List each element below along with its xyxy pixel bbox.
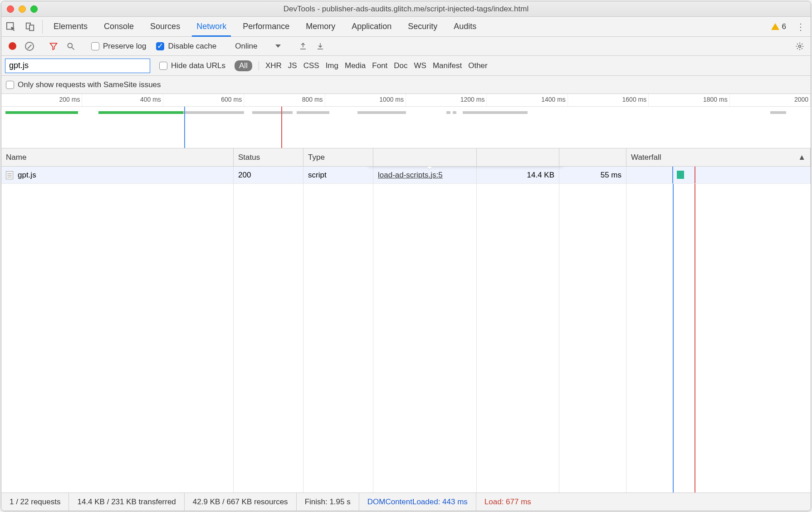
timeline-tick: 1200 ms — [406, 94, 487, 106]
column-status[interactable]: Status — [234, 148, 303, 166]
samesite-filter-row: Only show requests with SameSite issues — [1, 76, 811, 94]
timeline-tick: 600 ms — [163, 94, 244, 106]
record-icon — [9, 42, 16, 50]
timeline-tick: 1000 ms — [325, 94, 406, 106]
tab-elements[interactable]: Elements — [45, 17, 96, 36]
svg-line-4 — [72, 47, 74, 49]
svg-rect-2 — [29, 25, 34, 30]
filter-bar: Hide data URLs All XHRJSCSSImgMediaFontD… — [1, 56, 811, 76]
request-status: 200 — [234, 167, 303, 183]
tab-security[interactable]: Security — [400, 17, 445, 36]
settings-button[interactable] — [792, 38, 808, 54]
samesite-label: Only show requests with SameSite issues — [18, 80, 161, 89]
checkbox-icon — [6, 81, 14, 89]
search-button[interactable] — [63, 38, 79, 54]
preserve-log-checkbox[interactable]: Preserve log — [87, 42, 151, 51]
throttling-select[interactable]: Online — [229, 42, 287, 51]
column-waterfall[interactable]: Waterfall ▲ — [626, 148, 811, 166]
tab-console[interactable]: Console — [96, 17, 142, 36]
window-controls — [7, 5, 38, 13]
more-icon[interactable]: ⋮ — [792, 17, 811, 36]
column-name[interactable]: Name — [1, 148, 234, 166]
hide-data-urls-label: Hide data URLs — [171, 61, 225, 70]
resource-type-filters: All XHRJSCSSImgMediaFontDocWSManifestOth… — [235, 60, 488, 71]
network-toolbar: Preserve log ✓ Disable cache Online — [1, 37, 811, 56]
type-filter-doc[interactable]: Doc — [394, 61, 407, 70]
tab-application[interactable]: Application — [343, 17, 400, 36]
import-har-button[interactable] — [295, 38, 311, 54]
column-size[interactable] — [477, 148, 559, 166]
tab-performance[interactable]: Performance — [235, 17, 298, 36]
file-icon — [6, 171, 13, 179]
inspect-element-icon[interactable] — [1, 17, 20, 36]
checkbox-icon — [159, 62, 167, 70]
status-finish: Finish: 1.95 s — [297, 493, 359, 511]
type-filter-media[interactable]: Media — [345, 61, 366, 70]
type-filter-manifest[interactable]: Manifest — [433, 61, 462, 70]
filter-input[interactable] — [5, 59, 150, 73]
throttling-value: Online — [235, 42, 257, 51]
panel-tabs: ElementsConsoleSourcesNetworkPerformance… — [1, 17, 811, 37]
status-domcontentloaded: DOMContentLoaded: 443 ms — [359, 493, 476, 511]
svg-point-3 — [68, 43, 72, 48]
tab-memory[interactable]: Memory — [298, 17, 343, 36]
warnings-count[interactable]: 6 — [766, 17, 792, 36]
filter-toggle-button[interactable] — [45, 38, 62, 54]
status-requests: 1 / 22 requests — [1, 493, 69, 511]
waterfall-label: Waterfall — [631, 153, 661, 162]
request-time: 55 ms — [559, 167, 626, 183]
status-bar: 1 / 22 requests 14.4 KB / 231 KB transfe… — [1, 492, 811, 511]
sort-indicator-icon: ▲ — [798, 153, 806, 162]
type-filter-font[interactable]: Font — [372, 61, 387, 70]
clear-icon — [25, 42, 34, 51]
tab-audits[interactable]: Audits — [445, 17, 484, 36]
request-table-body[interactable]: gpt.js 200 script load-ad-scripts.js:5 1… — [1, 167, 811, 492]
disable-cache-checkbox[interactable]: ✓ Disable cache — [152, 42, 221, 51]
type-filter-img[interactable]: Img — [326, 61, 338, 70]
overview-timeline[interactable]: 200 ms400 ms600 ms800 ms1000 ms1200 ms14… — [1, 94, 811, 148]
status-resources: 42.9 KB / 667 KB resources — [185, 493, 297, 511]
type-filter-ws[interactable]: WS — [414, 61, 426, 70]
request-size: 14.4 KB — [477, 167, 559, 183]
timeline-tick: 200 ms — [1, 94, 82, 106]
request-initiator-link[interactable]: load-ad-scripts.js:5 — [378, 171, 443, 180]
warning-icon — [771, 23, 779, 30]
tab-sources[interactable]: Sources — [142, 17, 188, 36]
type-filter-xhr[interactable]: XHR — [265, 61, 282, 70]
clear-button[interactable] — [21, 38, 38, 54]
column-type[interactable]: Type — [303, 148, 373, 166]
status-transferred: 14.4 KB / 231 KB transferred — [69, 493, 184, 511]
column-time[interactable] — [559, 148, 626, 166]
timeline-tick: 1800 ms — [649, 94, 729, 106]
hide-data-urls-checkbox[interactable]: Hide data URLs — [155, 61, 230, 70]
minimize-icon[interactable] — [19, 5, 26, 13]
type-filter-js[interactable]: JS — [288, 61, 297, 70]
timeline-tick: 400 ms — [82, 94, 163, 106]
timeline-tick: 1400 ms — [487, 94, 567, 106]
close-icon[interactable] — [7, 5, 14, 13]
warnings-number: 6 — [782, 22, 786, 31]
preserve-log-label: Preserve log — [103, 42, 146, 51]
type-filter-all[interactable]: All — [235, 60, 252, 71]
tab-network[interactable]: Network — [188, 17, 235, 36]
window-title: DevTools - publisher-ads-audits.glitch.m… — [1, 5, 811, 14]
request-row[interactable]: gpt.js 200 script load-ad-scripts.js:5 1… — [1, 167, 811, 184]
column-initiator[interactable] — [373, 148, 477, 166]
samesite-checkbox[interactable]: Only show requests with SameSite issues — [6, 80, 161, 89]
request-waterfall — [626, 167, 811, 183]
titlebar: DevTools - publisher-ads-audits.glitch.m… — [1, 1, 811, 17]
record-button[interactable] — [4, 38, 20, 54]
maximize-icon[interactable] — [30, 5, 38, 13]
status-load: Load: 677 ms — [476, 493, 539, 511]
disable-cache-label: Disable cache — [168, 42, 216, 51]
request-table-headers: Name Status Type Waterfall ▲ — [1, 148, 811, 167]
request-type: script — [303, 167, 373, 183]
type-filter-other[interactable]: Other — [468, 61, 488, 70]
checkbox-checked-icon: ✓ — [156, 42, 164, 50]
timeline-tick: 2000 — [730, 94, 811, 106]
timeline-tick: 800 ms — [244, 94, 325, 106]
checkbox-icon — [91, 42, 99, 50]
type-filter-css[interactable]: CSS — [303, 61, 319, 70]
export-har-button[interactable] — [312, 38, 328, 54]
device-toolbar-icon[interactable] — [20, 17, 39, 36]
